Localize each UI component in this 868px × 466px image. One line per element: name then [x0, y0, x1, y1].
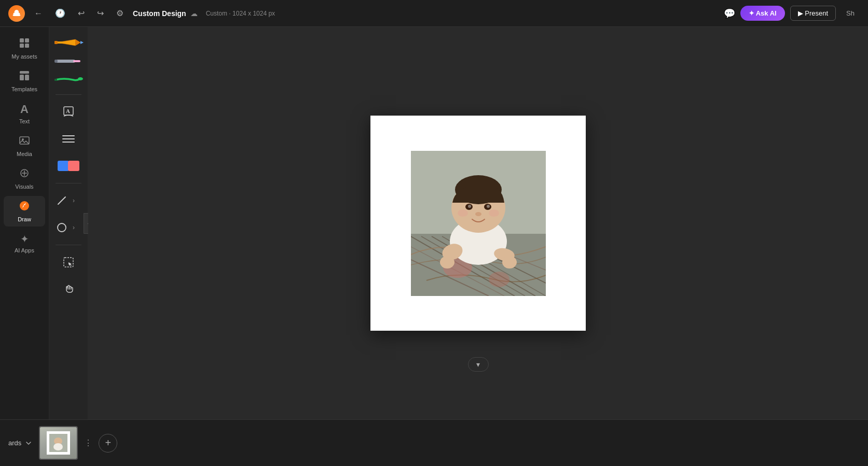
svg-rect-19: [54, 60, 58, 63]
svg-rect-18: [73, 60, 80, 62]
sidebar-item-visuals[interactable]: Visuals: [4, 163, 45, 194]
sidebar-item-label: Media: [17, 151, 32, 157]
chevron-down-button[interactable]: ▾: [468, 357, 489, 372]
svg-point-43: [489, 272, 509, 287]
tools-panel: A ›: [49, 27, 88, 419]
svg-rect-27: [58, 161, 69, 171]
svg-rect-17: [56, 60, 75, 63]
page-thumb-inner: [40, 427, 77, 459]
marker-tool[interactable]: [53, 54, 84, 68]
sidebar-item-label: My assets: [11, 53, 37, 60]
svg-rect-21: [54, 79, 57, 81]
line-tool-row: ›: [52, 189, 85, 213]
undo-button[interactable]: ↩: [75, 5, 88, 21]
svg-rect-1: [25, 38, 29, 43]
present-button[interactable]: ▶ Present: [790, 6, 836, 21]
document-title: Custom Design: [133, 9, 186, 18]
svg-marker-13: [75, 39, 80, 46]
chevron-icon: [24, 439, 33, 447]
color-swatch-tool[interactable]: [55, 154, 82, 178]
svg-rect-0: [20, 38, 24, 43]
svg-rect-6: [25, 75, 29, 80]
comment-icon[interactable]: 💬: [724, 8, 735, 19]
svg-point-61: [53, 443, 63, 450]
document-subtitle: Custom · 1024 x 1024 px: [206, 10, 275, 17]
svg-point-51: [487, 205, 490, 208]
sidebar-item-templates[interactable]: Templates: [4, 66, 45, 96]
draw-icon: [19, 200, 30, 214]
separator-1: [56, 94, 81, 95]
templates-icon: [19, 70, 30, 84]
text-on-path-tool[interactable]: A: [55, 100, 82, 124]
align-tool[interactable]: [55, 127, 82, 151]
topbar: ← 🕐 ↩ ↪ ⚙ Custom Design ☁ Custom · 1024 …: [0, 0, 868, 27]
share-button[interactable]: Sh: [841, 6, 860, 20]
brush-tool[interactable]: [53, 73, 84, 87]
sidebar-item-label: Templates: [11, 86, 37, 92]
line-tool-expand[interactable]: ›: [73, 197, 75, 204]
line-tool[interactable]: [52, 189, 72, 213]
back-button[interactable]: ←: [31, 6, 46, 21]
svg-rect-5: [20, 75, 24, 80]
sidebar-item-ai-apps[interactable]: ✦ AI Apps: [4, 229, 45, 258]
page-thumb-mini-img: [49, 434, 67, 452]
history-button[interactable]: 🕐: [52, 5, 68, 21]
separator-2: [56, 183, 81, 183]
title-area: Custom Design ☁ Custom · 1024 x 1024 px: [133, 9, 718, 18]
sidebar-item-media[interactable]: Media: [4, 131, 45, 161]
svg-point-30: [58, 223, 66, 232]
svg-point-58: [502, 256, 517, 269]
page-thumb-mini: [47, 431, 70, 455]
add-page-button[interactable]: +: [99, 434, 117, 453]
svg-point-50: [468, 205, 471, 208]
main-layout: My assets Templates A Text Media Visuals: [0, 27, 868, 419]
brush-selectors: [53, 33, 84, 89]
page-options-button[interactable]: ⋮: [84, 438, 92, 448]
visuals-icon: [19, 167, 30, 181]
canvas-area[interactable]: ▾: [88, 27, 868, 419]
my-assets-icon: [19, 37, 30, 51]
circle-tool-expand[interactable]: ›: [73, 224, 75, 231]
svg-rect-2: [20, 44, 24, 48]
settings-button[interactable]: ⚙: [113, 5, 127, 21]
page-thumbnail-1[interactable]: [39, 426, 78, 460]
svg-rect-14: [57, 41, 75, 44]
sidebar-item-label: Visuals: [15, 183, 33, 190]
svg-rect-16: [54, 41, 58, 44]
logo[interactable]: [8, 5, 25, 22]
sidebar: My assets Templates A Text Media Visuals: [0, 27, 49, 419]
svg-rect-3: [25, 44, 29, 48]
cloud-icon: ☁: [190, 9, 198, 18]
sidebar-item-my-assets[interactable]: My assets: [4, 33, 45, 64]
separator-3: [56, 245, 81, 245]
select-tool[interactable]: [55, 250, 82, 274]
svg-point-57: [440, 256, 454, 269]
redo-button[interactable]: ↪: [94, 5, 107, 21]
svg-rect-4: [20, 71, 29, 74]
circle-tool-row: ›: [52, 216, 85, 239]
ai-apps-icon: ✦: [20, 233, 29, 245]
svg-point-53: [458, 209, 468, 217]
svg-line-29: [58, 197, 65, 204]
svg-point-54: [489, 209, 499, 217]
svg-point-52: [475, 212, 481, 216]
canvas-image: [411, 151, 546, 296]
sidebar-item-draw[interactable]: Draw: [4, 196, 45, 227]
media-icon: [19, 135, 30, 149]
svg-point-11: [24, 205, 25, 207]
hand-tool[interactable]: [55, 277, 82, 301]
pages-label: ards: [8, 439, 33, 447]
canvas-board: [370, 116, 586, 331]
pencil-tool[interactable]: [53, 35, 84, 50]
topbar-right: 💬 ✦ Ask AI ▶ Present Sh: [724, 6, 860, 21]
svg-rect-28: [68, 161, 79, 171]
sidebar-item-label: Draw: [18, 216, 31, 222]
svg-text:A: A: [66, 108, 70, 114]
ask-ai-button[interactable]: ✦ Ask AI: [740, 6, 785, 21]
bottom-bar: ards ⋮ +: [0, 419, 868, 466]
sidebar-item-label: AI Apps: [15, 247, 34, 253]
circle-tool[interactable]: [52, 216, 72, 239]
sidebar-item-text[interactable]: A Text: [4, 98, 45, 129]
svg-marker-15: [80, 41, 84, 44]
svg-point-20: [78, 77, 83, 80]
